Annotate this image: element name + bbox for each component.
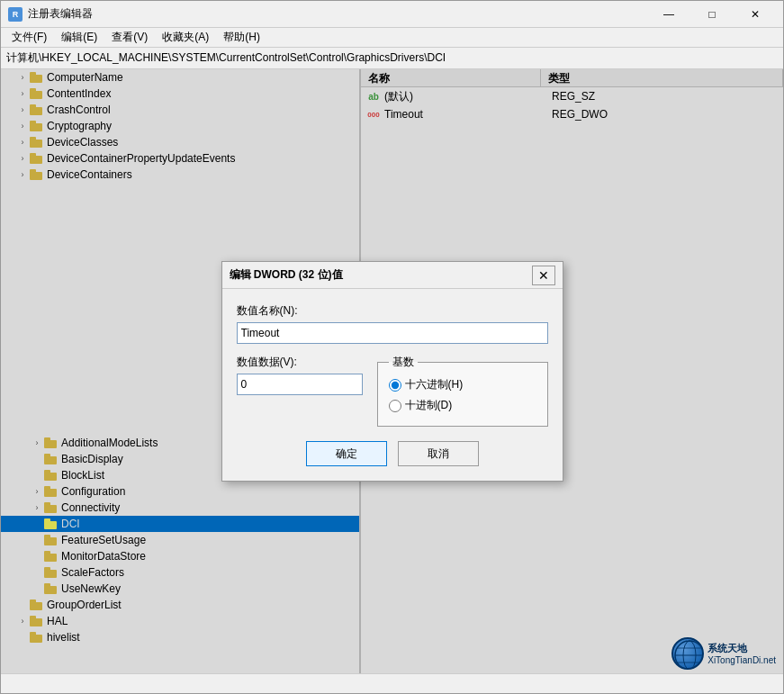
- minimize-button[interactable]: —: [648, 1, 689, 28]
- base-group: 基数 十六进制(H) 十进制(D): [377, 355, 548, 427]
- dec-label[interactable]: 十进制(D): [405, 398, 453, 413]
- base-legend: 基数: [389, 355, 418, 370]
- name-label: 数值名称(N):: [237, 303, 548, 319]
- form-row: 数值数据(V): 基数 十六进制(H): [237, 355, 548, 427]
- modal-overlay: 编辑 DWORD (32 位)值 ✕ 数值名称(N): 数值数据(V):: [1, 69, 783, 673]
- window-title: 注册表编辑器: [28, 6, 648, 22]
- data-input[interactable]: [237, 374, 363, 395]
- base-fieldset: 基数 十六进制(H) 十进制(D): [377, 355, 548, 427]
- dialog-body: 数值名称(N): 数值数据(V): 基数 十六进: [222, 289, 563, 481]
- menu-file[interactable]: 文件(F): [5, 28, 54, 47]
- menu-help[interactable]: 帮助(H): [216, 28, 267, 47]
- title-bar: R 注册表编辑器 — □ ✕: [1, 1, 783, 28]
- menu-view[interactable]: 查看(V): [104, 28, 155, 47]
- hex-label[interactable]: 十六进制(H): [405, 377, 464, 392]
- dec-radio[interactable]: [389, 400, 401, 412]
- window-controls: — □ ✕: [648, 1, 776, 28]
- address-text: 计算机\HKEY_LOCAL_MACHINE\SYSTEM\CurrentCon…: [6, 50, 446, 66]
- menu-edit[interactable]: 编辑(E): [54, 28, 104, 47]
- dialog-title: 编辑 DWORD (32 位)值: [230, 267, 532, 283]
- status-bar: [1, 673, 783, 693]
- registry-editor-window: R 注册表编辑器 — □ ✕ 文件(F) 编辑(E) 查看(V) 收藏夹(A) …: [0, 0, 784, 694]
- menu-bar: 文件(F) 编辑(E) 查看(V) 收藏夹(A) 帮助(H): [1, 28, 783, 48]
- app-icon: R: [8, 7, 23, 22]
- name-input[interactable]: [237, 322, 548, 344]
- hex-radio-row: 十六进制(H): [389, 377, 536, 392]
- cancel-button[interactable]: 取消: [398, 441, 479, 466]
- dec-radio-row: 十进制(D): [389, 398, 536, 413]
- maximize-button[interactable]: □: [691, 1, 733, 28]
- value-section: 数值数据(V):: [237, 355, 363, 427]
- main-content: › ComputerName › ContentIndex › CrashCon…: [1, 69, 783, 673]
- edit-dword-dialog: 编辑 DWORD (32 位)值 ✕ 数值名称(N): 数值数据(V):: [221, 261, 563, 482]
- menu-favorites[interactable]: 收藏夹(A): [155, 28, 216, 47]
- address-bar: 计算机\HKEY_LOCAL_MACHINE\SYSTEM\CurrentCon…: [1, 48, 783, 69]
- dialog-close-button[interactable]: ✕: [532, 266, 555, 285]
- dialog-buttons: 确定 取消: [237, 441, 548, 466]
- dialog-title-bar: 编辑 DWORD (32 位)值 ✕: [222, 262, 563, 289]
- ok-button[interactable]: 确定: [306, 441, 387, 466]
- close-button[interactable]: ✕: [734, 1, 776, 28]
- data-label: 数值数据(V):: [237, 355, 363, 370]
- hex-radio[interactable]: [389, 379, 401, 392]
